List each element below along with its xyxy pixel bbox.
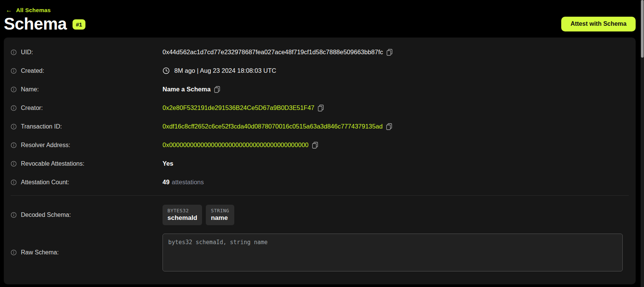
name-label: Name: [21, 86, 39, 93]
uid-value: 0x44d562ac1d7cd77e232978687fea027ace48f7… [163, 49, 383, 56]
row-revocable: Revocable Attestations: Yes [4, 154, 636, 173]
info-icon[interactable] [11, 212, 17, 218]
resolver-label-group: Resolver Address: [11, 142, 163, 149]
row-created: Created: 8M ago | Aug 23 2024 18:08:03 U… [4, 61, 636, 80]
row-uid: UID: 0x44d562ac1d7cd77e232978687fea027ac… [4, 43, 636, 61]
attestation-count-label-group: Attestation Count: [11, 179, 163, 186]
decoded-schema-label-group: Decoded Schema: [11, 212, 163, 218]
uid-label-group: UID: [11, 49, 163, 56]
resolver-value-group: 0x00000000000000000000000000000000000000… [163, 141, 629, 149]
decoded-schema-value-group: BYTES32 schemaId STRING name [163, 205, 629, 225]
created-value: 8M ago | Aug 23 2024 18:08:03 UTC [174, 67, 276, 74]
creator-label: Creator: [21, 105, 43, 111]
page-content: ← All Schemas Schema #1 Attest with Sche… [4, 0, 636, 284]
back-link-label: All Schemas [16, 7, 51, 13]
attestation-count-value-group: 49attestations [163, 179, 629, 186]
creator-value-group: 0x2e80F532191de291536B24Ce5D67a9B0D3E51F… [163, 104, 629, 111]
scrollbar-track[interactable] [641, 0, 644, 287]
clock-icon [163, 67, 170, 74]
transaction-id-link[interactable]: 0xdf16c8cff2652c6ce52f3cda40d0878070016c… [163, 123, 383, 130]
resolver-label: Resolver Address: [21, 142, 70, 149]
info-icon[interactable] [11, 49, 17, 55]
created-value-group: 8M ago | Aug 23 2024 18:08:03 UTC [163, 67, 629, 74]
row-creator: Creator: 0x2e80F532191de291536B24Ce5D67a… [4, 99, 636, 117]
transaction-label: Transaction ID: [21, 123, 62, 130]
schema-field-chips: BYTES32 schemaId STRING name [163, 205, 234, 225]
schema-detail-card: UID: 0x44d562ac1d7cd77e232978687fea027ac… [4, 38, 636, 284]
field-name-label: name [211, 214, 229, 222]
schema-field-chip: STRING name [206, 205, 234, 225]
resolver-address-link[interactable]: 0x00000000000000000000000000000000000000… [163, 141, 309, 149]
info-icon[interactable] [11, 68, 17, 74]
attestation-count-label: Attestation Count: [21, 179, 69, 186]
transaction-label-group: Transaction ID: [11, 123, 163, 130]
copy-creator-button[interactable] [318, 105, 324, 111]
field-type-label: BYTES32 [167, 208, 197, 213]
revocable-label: Revocable Attestations: [21, 160, 84, 167]
info-icon[interactable] [11, 105, 17, 111]
transaction-value-group: 0xdf16c8cff2652c6ce52f3cda40d0878070016c… [163, 123, 629, 130]
row-attestation-count: Attestation Count: 49attestations [4, 173, 636, 191]
copy-transaction-button[interactable] [386, 123, 392, 130]
row-decoded-schema: Decoded Schema: BYTES32 schemaId STRING … [4, 199, 636, 231]
info-icon[interactable] [11, 124, 17, 130]
copy-uid-button[interactable] [387, 49, 393, 56]
field-type-label: STRING [211, 208, 229, 213]
row-raw-schema: Raw Schema: bytes32 schemaId, string nam… [4, 231, 636, 274]
schema-number-badge: #1 [73, 19, 86, 30]
revocable-label-group: Revocable Attestations: [11, 160, 163, 167]
raw-schema-value-group: bytes32 schemaId, string name [163, 234, 629, 271]
name-value: Name a Schema [163, 86, 211, 93]
title-row: Schema #1 Attest with Schema [4, 15, 636, 33]
row-transaction-id: Transaction ID: 0xdf16c8cff2652c6ce52f3c… [4, 117, 636, 136]
section-divider [11, 195, 629, 196]
raw-schema-textbox[interactable]: bytes32 schemaId, string name [163, 234, 623, 271]
uid-label: UID: [21, 49, 33, 56]
attestation-count-number: 49 [163, 179, 169, 185]
attest-with-schema-button[interactable]: Attest with Schema [561, 17, 636, 31]
field-name-label: schemaId [167, 214, 197, 222]
back-to-all-schemas-link[interactable]: ← All Schemas [6, 7, 51, 13]
info-icon[interactable] [11, 142, 17, 148]
info-icon[interactable] [11, 161, 17, 167]
raw-schema-label: Raw Schema: [21, 249, 59, 256]
row-name: Name: Name a Schema [4, 80, 636, 99]
arrow-left-icon: ← [6, 7, 12, 13]
copy-name-button[interactable] [214, 86, 220, 93]
created-label: Created: [21, 67, 44, 74]
info-icon[interactable] [11, 179, 17, 185]
name-value-group: Name a Schema [163, 86, 629, 93]
schema-field-chip: BYTES32 schemaId [163, 205, 202, 225]
attestation-count-unit: attestations [172, 179, 204, 185]
name-label-group: Name: [11, 86, 163, 93]
decoded-schema-label: Decoded Schema: [21, 212, 71, 218]
revocable-value: Yes [163, 160, 173, 167]
raw-schema-label-group: Raw Schema: [11, 249, 163, 256]
created-label-group: Created: [11, 67, 163, 74]
creator-label-group: Creator: [11, 105, 163, 111]
row-resolver-address: Resolver Address: 0x00000000000000000000… [4, 136, 636, 154]
revocable-value-group: Yes [163, 160, 629, 167]
uid-value-group: 0x44d562ac1d7cd77e232978687fea027ace48f7… [163, 49, 629, 56]
creator-address-link[interactable]: 0x2e80F532191de291536B24Ce5D67a9B0D3E51F… [163, 104, 314, 111]
info-icon[interactable] [11, 249, 17, 256]
page-title: Schema [4, 15, 67, 33]
info-icon[interactable] [11, 86, 17, 93]
copy-resolver-button[interactable] [312, 142, 318, 149]
scrollbar-thumb[interactable] [641, 0, 644, 58]
